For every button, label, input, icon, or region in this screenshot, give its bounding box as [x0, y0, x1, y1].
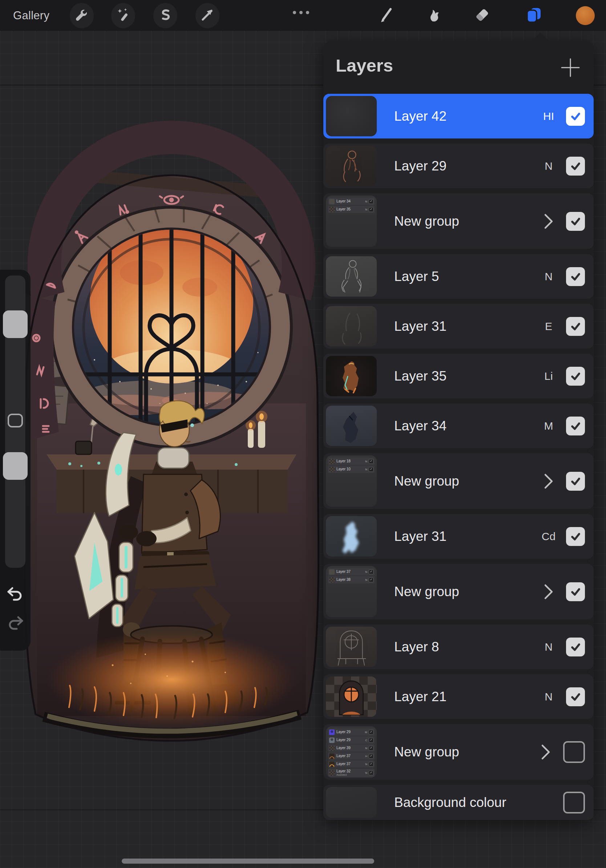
visibility-checkbox[interactable]: [563, 741, 585, 763]
layer-row[interactable]: Layer 21N: [323, 674, 594, 719]
layers-button[interactable]: [522, 3, 546, 28]
adjustments-button[interactable]: [111, 3, 135, 28]
layer-thumbnail[interactable]: [326, 356, 377, 396]
canvas-artwork[interactable]: [4, 84, 322, 805]
layer-row[interactable]: Layer 31Cd: [323, 514, 594, 559]
sublayer-name: Layer 38: [336, 578, 365, 582]
brush-size-slider[interactable]: [3, 310, 28, 338]
layer-row[interactable]: Layer 42HI: [323, 94, 594, 138]
visibility-checkbox[interactable]: [563, 792, 585, 814]
modify-button[interactable]: [8, 414, 23, 428]
transform-arrow-icon: [199, 7, 215, 24]
layer-thumbnail[interactable]: Layer 18N✓Layer 10N✓: [326, 456, 377, 507]
layer-thumbnail[interactable]: [326, 787, 377, 818]
sublayer-chip: [329, 761, 335, 767]
layer-row[interactable]: Layer 29N: [323, 144, 594, 188]
group-sublayer: Layer 37N✓: [328, 760, 374, 768]
brush-button[interactable]: [374, 3, 398, 28]
layer-row[interactable]: Layer 35Li: [323, 354, 594, 398]
layer-row[interactable]: Layer 34M: [323, 403, 594, 448]
layer-thumbnail[interactable]: [326, 146, 377, 186]
layer-thumbnail[interactable]: [326, 306, 377, 346]
visibility-checkbox[interactable]: [566, 687, 585, 706]
gallery-button[interactable]: Gallery: [13, 9, 49, 22]
visibility-checkbox[interactable]: [566, 212, 585, 231]
sublayer-blend: N: [365, 460, 367, 463]
layer-thumbnail[interactable]: [326, 627, 377, 667]
group-row[interactable]: Layer 34N✓Layer 35N✓New group: [323, 194, 594, 249]
sublayer-blend: N: [365, 200, 367, 203]
actions-button[interactable]: [70, 3, 94, 28]
add-layer-button[interactable]: [559, 56, 582, 79]
layer-thumbnail[interactable]: [326, 516, 377, 556]
blend-mode-badge[interactable]: N: [531, 160, 566, 172]
group-chevron-icon[interactable]: [531, 212, 566, 230]
layer-thumbnail[interactable]: [326, 96, 377, 136]
group-sublayer: Layer 35N✓: [328, 206, 374, 213]
visibility-checkbox[interactable]: [566, 367, 585, 386]
transform-button[interactable]: [195, 3, 220, 28]
sublayer-chip: [329, 753, 335, 759]
layer-thumbnail[interactable]: [326, 406, 377, 446]
group-chevron-icon[interactable]: [531, 473, 566, 490]
selection-button[interactable]: [153, 3, 177, 28]
visibility-checkbox[interactable]: [566, 267, 585, 286]
blend-mode-badge[interactable]: Li: [531, 370, 566, 382]
layer-thumbnail[interactable]: Layer 34N✓Layer 35N✓: [326, 195, 377, 247]
visibility-checkbox[interactable]: [566, 107, 585, 126]
visibility-checkbox[interactable]: [566, 417, 585, 436]
redo-button[interactable]: [6, 614, 25, 633]
sublayer-chip: [329, 746, 335, 751]
sublayer-blend: N: [365, 771, 367, 775]
horizontal-scrollbar[interactable]: [122, 859, 374, 863]
layer-name: New group: [394, 474, 531, 489]
sublayer-checkbox: ✓: [369, 199, 374, 204]
group-row[interactable]: Layer 37N✓Layer 38N✓New group: [323, 564, 594, 619]
magic-wand-icon: [115, 7, 131, 24]
layer-name: Layer 42: [394, 108, 531, 124]
blend-mode-badge[interactable]: HI: [531, 110, 566, 122]
layer-thumbnail[interactable]: Layer 29M✓Layer 29C✓Layer 39N✓Layer 37H✓…: [326, 726, 377, 778]
ellipsis-icon[interactable]: [293, 11, 309, 14]
layer-name: Layer 5: [394, 269, 531, 284]
smudge-button[interactable]: [422, 3, 446, 28]
color-button[interactable]: [573, 3, 597, 28]
eraser-button[interactable]: [470, 3, 494, 28]
brush-icon: [377, 6, 395, 25]
visibility-checkbox[interactable]: [566, 317, 585, 336]
group-chevron-icon[interactable]: [528, 743, 563, 761]
blend-mode-badge[interactable]: N: [531, 691, 566, 703]
layer-thumbnail[interactable]: [326, 676, 377, 717]
sublayer-chip: [329, 738, 335, 743]
group-row[interactable]: Layer 18N✓Layer 10N✓New group: [323, 453, 594, 509]
sublayer-name: Layer 29: [336, 738, 365, 742]
layer-thumbnail[interactable]: Layer 37N✓Layer 38N✓: [326, 566, 377, 617]
blend-mode-badge[interactable]: Cd: [531, 530, 566, 542]
layer-row[interactable]: Layer 8N: [323, 625, 594, 669]
sublayer-name: Layer 37: [336, 754, 365, 758]
visibility-checkbox[interactable]: [566, 527, 585, 546]
blend-mode-badge[interactable]: N: [531, 270, 566, 283]
sublayer-blend: M: [365, 731, 367, 734]
visibility-checkbox[interactable]: [566, 472, 585, 491]
layer-name: New group: [394, 584, 531, 599]
sublayer-blend: C: [365, 739, 367, 742]
group-chevron-icon[interactable]: [531, 583, 566, 600]
undo-button[interactable]: [6, 585, 25, 604]
blend-mode-badge[interactable]: E: [531, 320, 566, 333]
visibility-checkbox[interactable]: [566, 157, 585, 175]
blend-mode-badge[interactable]: N: [531, 641, 566, 653]
visibility-checkbox[interactable]: [566, 637, 585, 656]
layer-row[interactable]: Layer 31E: [323, 304, 594, 349]
group-row[interactable]: Layer 29M✓Layer 29C✓Layer 39N✓Layer 37H✓…: [323, 724, 594, 780]
background-colour-row[interactable]: Background colour: [323, 785, 594, 820]
sublayer-chip: [329, 459, 335, 464]
blend-mode-badge[interactable]: M: [531, 420, 566, 432]
sublayer-checkbox: ✓: [369, 570, 374, 574]
layer-thumbnail[interactable]: [326, 256, 377, 297]
brush-opacity-slider[interactable]: [3, 452, 28, 480]
sublayer-checkbox: ✓: [369, 730, 374, 735]
layer-row[interactable]: Layer 5N: [323, 254, 594, 299]
visibility-checkbox[interactable]: [566, 582, 585, 601]
sublayer-chip: [329, 577, 335, 583]
